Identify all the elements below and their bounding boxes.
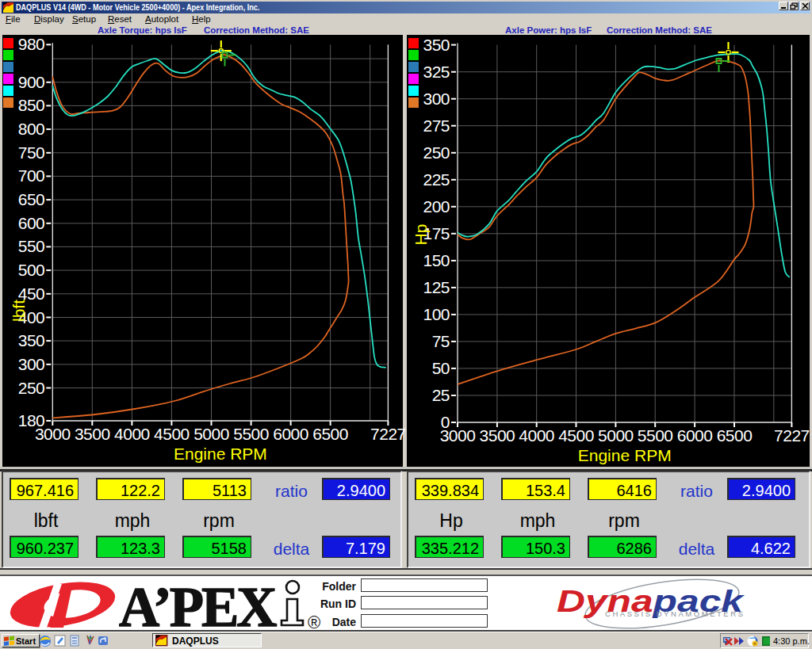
svg-text:250: 250 xyxy=(423,143,450,162)
svg-text:3000: 3000 xyxy=(35,425,71,443)
svg-text:3500: 3500 xyxy=(75,425,110,443)
svg-text:6500: 6500 xyxy=(312,425,348,443)
svg-text:850: 850 xyxy=(18,96,45,114)
svg-text:4000: 4000 xyxy=(114,425,150,443)
svg-text:6000: 6000 xyxy=(273,425,308,443)
svg-text:125: 125 xyxy=(423,278,450,296)
svg-text:600: 600 xyxy=(18,214,45,232)
svg-text:300: 300 xyxy=(423,90,450,108)
svg-text:5000: 5000 xyxy=(193,425,229,443)
svg-text:5500: 5500 xyxy=(233,425,269,443)
svg-text:275: 275 xyxy=(423,116,450,135)
svg-text:5500: 5500 xyxy=(638,426,673,445)
svg-text:50: 50 xyxy=(432,359,450,377)
svg-text:350: 350 xyxy=(18,331,45,349)
svg-text:200: 200 xyxy=(423,197,450,216)
svg-text:4500: 4500 xyxy=(154,425,190,443)
svg-text:250: 250 xyxy=(18,379,45,397)
svg-text:650: 650 xyxy=(18,190,45,208)
svg-text:750: 750 xyxy=(18,143,45,162)
svg-text:Engine RPM: Engine RPM xyxy=(578,446,672,464)
svg-text:980: 980 xyxy=(18,35,45,53)
svg-text:6500: 6500 xyxy=(717,426,753,445)
svg-text:3000: 3000 xyxy=(440,426,476,445)
svg-text:100: 100 xyxy=(423,305,450,323)
svg-text:lbft: lbft xyxy=(10,300,28,322)
svg-text:25: 25 xyxy=(432,386,450,404)
svg-text:3500: 3500 xyxy=(480,426,515,445)
svg-text:800: 800 xyxy=(18,120,45,138)
svg-text:5000: 5000 xyxy=(598,426,634,445)
svg-text:4500: 4500 xyxy=(558,426,594,445)
svg-text:4000: 4000 xyxy=(519,426,554,445)
svg-text:700: 700 xyxy=(18,166,45,185)
svg-text:6000: 6000 xyxy=(677,426,713,445)
svg-text:Hp: Hp xyxy=(412,224,430,246)
svg-text:7227: 7227 xyxy=(774,426,810,445)
svg-text:7227: 7227 xyxy=(370,425,406,443)
svg-text:75: 75 xyxy=(432,332,450,350)
svg-text:Engine RPM: Engine RPM xyxy=(174,445,267,463)
svg-text:350: 350 xyxy=(423,36,450,54)
svg-text:A’PEX: A’PEX xyxy=(119,576,277,632)
svg-text:550: 550 xyxy=(18,237,45,255)
svg-text:150: 150 xyxy=(423,251,450,269)
svg-text:300: 300 xyxy=(18,355,45,373)
svg-text:500: 500 xyxy=(18,261,45,279)
svg-text:325: 325 xyxy=(423,63,450,81)
svg-text:225: 225 xyxy=(423,170,450,189)
svg-text:900: 900 xyxy=(18,73,45,91)
